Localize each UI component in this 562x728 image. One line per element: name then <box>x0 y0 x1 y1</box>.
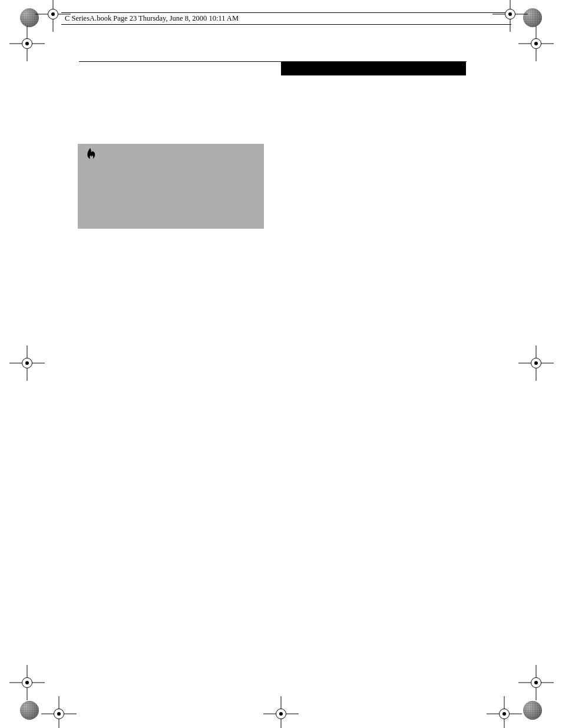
header-rule-top <box>61 12 511 13</box>
crop-mark-icon <box>518 665 554 700</box>
crop-mark-icon <box>9 665 45 700</box>
section-title-bar <box>281 62 466 75</box>
crop-mark-icon <box>263 696 299 728</box>
sphere-globe-icon <box>523 701 542 720</box>
sphere-globe-icon <box>20 701 39 720</box>
crop-mark-icon <box>9 345 45 381</box>
crop-mark-icon <box>487 696 522 728</box>
header-meta-text: C SeriesA.book Page 23 Thursday, June 8,… <box>65 14 239 23</box>
flame-icon <box>84 147 97 163</box>
header-rule-bottom <box>61 24 511 25</box>
caution-callout <box>78 144 264 229</box>
crop-mark-icon <box>518 345 554 381</box>
crop-mark-icon <box>9 26 45 61</box>
crop-mark-icon <box>518 26 554 61</box>
crop-mark-icon <box>41 696 77 728</box>
